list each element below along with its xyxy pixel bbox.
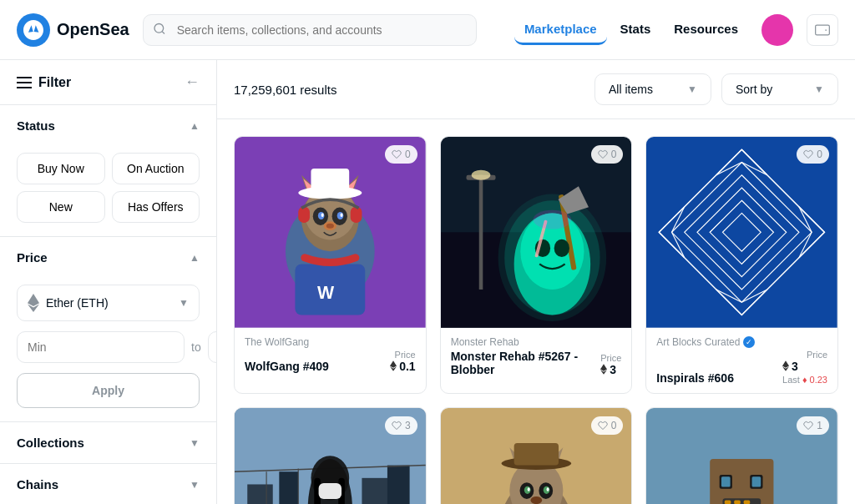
sidebar: Filter ← Status Buy Now On Auction New H… [0, 60, 217, 504]
has-offers-button[interactable]: Has Offers [112, 191, 200, 223]
sort-dropdown-label: Sort by [736, 83, 772, 96]
price-value-3: 3 [782, 360, 827, 373]
svg-rect-71 [387, 465, 410, 504]
nft-image-wrap-5: 0 [441, 408, 632, 504]
chains-section-header[interactable]: Chains [0, 464, 216, 504]
nft-grid: W 0 The WolfGang WolfGang #409 [217, 119, 855, 504]
nft-card-5[interactable]: 0 [440, 407, 633, 504]
max-price-input[interactable] [208, 331, 217, 363]
svg-rect-21 [351, 207, 362, 223]
new-button[interactable]: New [17, 191, 105, 223]
svg-rect-103 [725, 500, 731, 504]
svg-rect-19 [311, 169, 349, 194]
search-icon [153, 22, 166, 38]
svg-rect-101 [752, 476, 761, 486]
status-label: Status [17, 118, 55, 133]
nft-name-3: Inspirals #606 [656, 371, 734, 385]
currency-dropdown[interactable]: Ether (ETH) [17, 285, 200, 321]
close-sidebar-button[interactable]: ← [185, 73, 200, 91]
sort-dropdown[interactable]: Sort by [721, 73, 838, 105]
sidebar-section-status: Status Buy Now On Auction New Has Offers [0, 105, 216, 237]
svg-point-92 [527, 487, 529, 491]
price-value-1: 0.1 [390, 360, 415, 373]
chains-label: Chains [17, 477, 58, 491]
search-bar [143, 14, 477, 46]
search-input[interactable] [143, 14, 477, 46]
nft-info-1: The WolfGang WolfGang #409 Price 0.1 [235, 328, 426, 381]
nav-stats[interactable]: Stats [610, 15, 661, 45]
nft-collection-2: Monster Rehab [451, 336, 622, 348]
buy-now-button[interactable]: Buy Now [17, 153, 105, 184]
svg-rect-68 [247, 484, 272, 504]
items-dropdown[interactable]: All items [594, 73, 711, 105]
svg-rect-69 [279, 471, 298, 504]
svg-point-15 [341, 213, 343, 217]
like-count-5: 0 [611, 420, 617, 431]
svg-rect-79 [319, 483, 341, 499]
svg-rect-38 [646, 137, 837, 328]
nft-like-4[interactable]: 3 [385, 416, 417, 435]
nft-like-5[interactable]: 0 [591, 416, 624, 435]
nav-marketplace[interactable]: Marketplace [514, 15, 607, 45]
sidebar-header: Filter ← [0, 60, 216, 105]
nft-card-4[interactable]: 3 [234, 407, 427, 504]
status-section-header[interactable]: Status [0, 105, 216, 146]
svg-rect-26 [478, 175, 483, 290]
like-count-1: 0 [405, 149, 411, 160]
min-max-row: to [17, 331, 200, 363]
currency-left: Ether (ETH) [28, 294, 109, 312]
on-auction-button[interactable]: On Auction [112, 153, 200, 184]
collections-section-header[interactable]: Collections [0, 422, 216, 463]
content-header: 17,259,601 results All items Sort by [217, 60, 855, 119]
like-count-6: 1 [817, 420, 822, 431]
filter-icon[interactable] [17, 77, 32, 88]
chains-chevron-icon [190, 479, 200, 491]
nft-image-2 [441, 137, 632, 328]
items-chevron-icon [687, 83, 697, 95]
nft-collection-3: Art Blocks Curated ✓ [656, 336, 827, 348]
items-dropdown-label: All items [609, 83, 653, 96]
nav-resources[interactable]: Resources [664, 15, 748, 45]
currency-chevron-icon [179, 297, 189, 309]
svg-point-0 [154, 23, 164, 33]
svg-point-37 [533, 210, 571, 229]
like-count-3: 0 [817, 149, 822, 160]
svg-rect-87 [514, 443, 558, 466]
status-grid: Buy Now On Auction New Has Offers [0, 146, 216, 236]
nft-like-1[interactable]: 0 [385, 145, 417, 164]
nft-image-wrap-1: W 0 [235, 137, 426, 328]
nft-card-2[interactable]: 0 Monster Rehab Monster Rehab #5267 - Bl… [440, 136, 633, 394]
nft-price-col-1: Price 0.1 [390, 350, 415, 373]
svg-point-35 [554, 239, 569, 257]
nft-image-wrap-4: 3 [235, 408, 426, 504]
status-chevron-icon [190, 120, 200, 132]
nft-image-wrap-6: 1 [646, 408, 837, 504]
price-section-header[interactable]: Price [0, 237, 216, 278]
svg-rect-20 [298, 207, 310, 223]
nft-card-3[interactable]: 0 Art Blocks Curated ✓ Inspirals #606 Pr… [645, 136, 838, 394]
apply-button[interactable]: Apply [17, 373, 200, 408]
svg-rect-100 [721, 476, 731, 486]
nft-card-6[interactable]: 1 [645, 407, 838, 504]
price-chevron-icon [190, 252, 200, 264]
nft-like-3[interactable]: 0 [797, 145, 829, 164]
nft-image-wrap-3: 0 [646, 137, 837, 328]
avatar[interactable] [761, 14, 793, 46]
min-price-input[interactable] [17, 331, 185, 363]
last-price-3: Last ♦ 0.23 [782, 375, 827, 385]
nft-image-3 [646, 137, 837, 328]
results-count: 17,259,601 results [234, 83, 584, 97]
svg-rect-97 [711, 459, 774, 504]
price-controls: Ether (ETH) to Apply [0, 278, 216, 421]
collections-label: Collections [17, 436, 84, 450]
nft-like-6[interactable]: 1 [797, 416, 829, 435]
opensea-logo[interactable] [17, 13, 50, 47]
filter-text: Filter [38, 75, 71, 90]
nft-price-col-2: Price 3 [600, 353, 621, 376]
nft-card-1[interactable]: W 0 The WolfGang WolfGang #409 [234, 136, 427, 394]
nft-like-2[interactable]: 0 [591, 145, 624, 164]
nft-name-price-1: WolfGang #409 Price 0.1 [245, 350, 416, 373]
wallet-button[interactable] [807, 14, 838, 46]
like-count-2: 0 [611, 149, 617, 160]
currency-text: Ether (ETH) [46, 296, 109, 310]
